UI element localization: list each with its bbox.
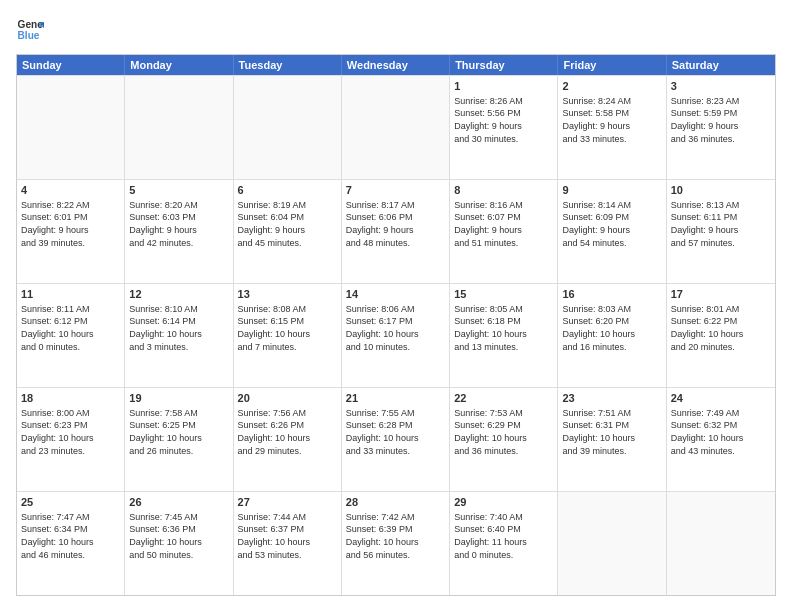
day-number: 15 bbox=[454, 287, 553, 302]
calendar-cell bbox=[17, 76, 125, 179]
day-number: 21 bbox=[346, 391, 445, 406]
calendar-cell: 7Sunrise: 8:17 AM Sunset: 6:06 PM Daylig… bbox=[342, 180, 450, 283]
day-number: 5 bbox=[129, 183, 228, 198]
calendar-cell bbox=[234, 76, 342, 179]
weekday-header-tuesday: Tuesday bbox=[234, 55, 342, 75]
calendar-cell: 4Sunrise: 8:22 AM Sunset: 6:01 PM Daylig… bbox=[17, 180, 125, 283]
day-info: Sunrise: 8:20 AM Sunset: 6:03 PM Dayligh… bbox=[129, 199, 228, 249]
weekday-header-monday: Monday bbox=[125, 55, 233, 75]
calendar-cell: 15Sunrise: 8:05 AM Sunset: 6:18 PM Dayli… bbox=[450, 284, 558, 387]
calendar-cell: 12Sunrise: 8:10 AM Sunset: 6:14 PM Dayli… bbox=[125, 284, 233, 387]
calendar-cell: 23Sunrise: 7:51 AM Sunset: 6:31 PM Dayli… bbox=[558, 388, 666, 491]
day-info: Sunrise: 7:47 AM Sunset: 6:34 PM Dayligh… bbox=[21, 511, 120, 561]
calendar-cell: 18Sunrise: 8:00 AM Sunset: 6:23 PM Dayli… bbox=[17, 388, 125, 491]
calendar-cell: 16Sunrise: 8:03 AM Sunset: 6:20 PM Dayli… bbox=[558, 284, 666, 387]
calendar-cell: 24Sunrise: 7:49 AM Sunset: 6:32 PM Dayli… bbox=[667, 388, 775, 491]
day-info: Sunrise: 8:10 AM Sunset: 6:14 PM Dayligh… bbox=[129, 303, 228, 353]
calendar-cell: 10Sunrise: 8:13 AM Sunset: 6:11 PM Dayli… bbox=[667, 180, 775, 283]
weekday-header-sunday: Sunday bbox=[17, 55, 125, 75]
day-info: Sunrise: 7:42 AM Sunset: 6:39 PM Dayligh… bbox=[346, 511, 445, 561]
calendar-cell: 27Sunrise: 7:44 AM Sunset: 6:37 PM Dayli… bbox=[234, 492, 342, 595]
day-number: 12 bbox=[129, 287, 228, 302]
calendar-row-1: 4Sunrise: 8:22 AM Sunset: 6:01 PM Daylig… bbox=[17, 179, 775, 283]
day-info: Sunrise: 7:45 AM Sunset: 6:36 PM Dayligh… bbox=[129, 511, 228, 561]
day-number: 16 bbox=[562, 287, 661, 302]
weekday-header-wednesday: Wednesday bbox=[342, 55, 450, 75]
day-info: Sunrise: 8:26 AM Sunset: 5:56 PM Dayligh… bbox=[454, 95, 553, 145]
calendar-cell: 22Sunrise: 7:53 AM Sunset: 6:29 PM Dayli… bbox=[450, 388, 558, 491]
calendar-cell: 17Sunrise: 8:01 AM Sunset: 6:22 PM Dayli… bbox=[667, 284, 775, 387]
calendar-row-2: 11Sunrise: 8:11 AM Sunset: 6:12 PM Dayli… bbox=[17, 283, 775, 387]
day-info: Sunrise: 8:05 AM Sunset: 6:18 PM Dayligh… bbox=[454, 303, 553, 353]
day-number: 27 bbox=[238, 495, 337, 510]
weekday-header-friday: Friday bbox=[558, 55, 666, 75]
day-number: 3 bbox=[671, 79, 771, 94]
day-number: 28 bbox=[346, 495, 445, 510]
day-info: Sunrise: 8:06 AM Sunset: 6:17 PM Dayligh… bbox=[346, 303, 445, 353]
day-number: 13 bbox=[238, 287, 337, 302]
calendar-cell: 8Sunrise: 8:16 AM Sunset: 6:07 PM Daylig… bbox=[450, 180, 558, 283]
day-info: Sunrise: 8:01 AM Sunset: 6:22 PM Dayligh… bbox=[671, 303, 771, 353]
day-number: 9 bbox=[562, 183, 661, 198]
day-info: Sunrise: 8:23 AM Sunset: 5:59 PM Dayligh… bbox=[671, 95, 771, 145]
day-number: 2 bbox=[562, 79, 661, 94]
day-info: Sunrise: 7:51 AM Sunset: 6:31 PM Dayligh… bbox=[562, 407, 661, 457]
calendar-row-3: 18Sunrise: 8:00 AM Sunset: 6:23 PM Dayli… bbox=[17, 387, 775, 491]
day-info: Sunrise: 8:17 AM Sunset: 6:06 PM Dayligh… bbox=[346, 199, 445, 249]
day-info: Sunrise: 7:56 AM Sunset: 6:26 PM Dayligh… bbox=[238, 407, 337, 457]
calendar-cell: 14Sunrise: 8:06 AM Sunset: 6:17 PM Dayli… bbox=[342, 284, 450, 387]
calendar-cell: 5Sunrise: 8:20 AM Sunset: 6:03 PM Daylig… bbox=[125, 180, 233, 283]
logo: General Blue bbox=[16, 16, 44, 44]
calendar-cell bbox=[558, 492, 666, 595]
calendar-cell: 11Sunrise: 8:11 AM Sunset: 6:12 PM Dayli… bbox=[17, 284, 125, 387]
day-number: 4 bbox=[21, 183, 120, 198]
calendar-cell: 25Sunrise: 7:47 AM Sunset: 6:34 PM Dayli… bbox=[17, 492, 125, 595]
day-info: Sunrise: 7:40 AM Sunset: 6:40 PM Dayligh… bbox=[454, 511, 553, 561]
day-info: Sunrise: 8:16 AM Sunset: 6:07 PM Dayligh… bbox=[454, 199, 553, 249]
day-number: 29 bbox=[454, 495, 553, 510]
day-number: 1 bbox=[454, 79, 553, 94]
day-info: Sunrise: 8:08 AM Sunset: 6:15 PM Dayligh… bbox=[238, 303, 337, 353]
calendar-cell: 28Sunrise: 7:42 AM Sunset: 6:39 PM Dayli… bbox=[342, 492, 450, 595]
day-info: Sunrise: 7:49 AM Sunset: 6:32 PM Dayligh… bbox=[671, 407, 771, 457]
day-number: 20 bbox=[238, 391, 337, 406]
day-info: Sunrise: 8:22 AM Sunset: 6:01 PM Dayligh… bbox=[21, 199, 120, 249]
day-info: Sunrise: 8:19 AM Sunset: 6:04 PM Dayligh… bbox=[238, 199, 337, 249]
day-number: 17 bbox=[671, 287, 771, 302]
calendar-cell bbox=[125, 76, 233, 179]
day-number: 7 bbox=[346, 183, 445, 198]
day-info: Sunrise: 8:00 AM Sunset: 6:23 PM Dayligh… bbox=[21, 407, 120, 457]
day-number: 14 bbox=[346, 287, 445, 302]
calendar-row-0: 1Sunrise: 8:26 AM Sunset: 5:56 PM Daylig… bbox=[17, 75, 775, 179]
header: General Blue bbox=[16, 16, 776, 44]
day-info: Sunrise: 7:44 AM Sunset: 6:37 PM Dayligh… bbox=[238, 511, 337, 561]
calendar-cell bbox=[342, 76, 450, 179]
logo-icon: General Blue bbox=[16, 16, 44, 44]
day-info: Sunrise: 7:55 AM Sunset: 6:28 PM Dayligh… bbox=[346, 407, 445, 457]
day-info: Sunrise: 8:13 AM Sunset: 6:11 PM Dayligh… bbox=[671, 199, 771, 249]
day-number: 11 bbox=[21, 287, 120, 302]
day-number: 22 bbox=[454, 391, 553, 406]
calendar-cell: 1Sunrise: 8:26 AM Sunset: 5:56 PM Daylig… bbox=[450, 76, 558, 179]
calendar-cell: 26Sunrise: 7:45 AM Sunset: 6:36 PM Dayli… bbox=[125, 492, 233, 595]
calendar-cell: 13Sunrise: 8:08 AM Sunset: 6:15 PM Dayli… bbox=[234, 284, 342, 387]
day-info: Sunrise: 8:03 AM Sunset: 6:20 PM Dayligh… bbox=[562, 303, 661, 353]
calendar-row-4: 25Sunrise: 7:47 AM Sunset: 6:34 PM Dayli… bbox=[17, 491, 775, 595]
calendar-cell: 29Sunrise: 7:40 AM Sunset: 6:40 PM Dayli… bbox=[450, 492, 558, 595]
calendar-cell: 6Sunrise: 8:19 AM Sunset: 6:04 PM Daylig… bbox=[234, 180, 342, 283]
day-number: 8 bbox=[454, 183, 553, 198]
day-number: 19 bbox=[129, 391, 228, 406]
weekday-header-thursday: Thursday bbox=[450, 55, 558, 75]
calendar-header: SundayMondayTuesdayWednesdayThursdayFrid… bbox=[17, 55, 775, 75]
day-number: 18 bbox=[21, 391, 120, 406]
calendar-cell: 2Sunrise: 8:24 AM Sunset: 5:58 PM Daylig… bbox=[558, 76, 666, 179]
calendar-cell bbox=[667, 492, 775, 595]
calendar-cell: 3Sunrise: 8:23 AM Sunset: 5:59 PM Daylig… bbox=[667, 76, 775, 179]
day-number: 23 bbox=[562, 391, 661, 406]
calendar-cell: 21Sunrise: 7:55 AM Sunset: 6:28 PM Dayli… bbox=[342, 388, 450, 491]
day-number: 10 bbox=[671, 183, 771, 198]
day-number: 6 bbox=[238, 183, 337, 198]
day-info: Sunrise: 8:24 AM Sunset: 5:58 PM Dayligh… bbox=[562, 95, 661, 145]
weekday-header-saturday: Saturday bbox=[667, 55, 775, 75]
svg-text:Blue: Blue bbox=[18, 30, 40, 41]
